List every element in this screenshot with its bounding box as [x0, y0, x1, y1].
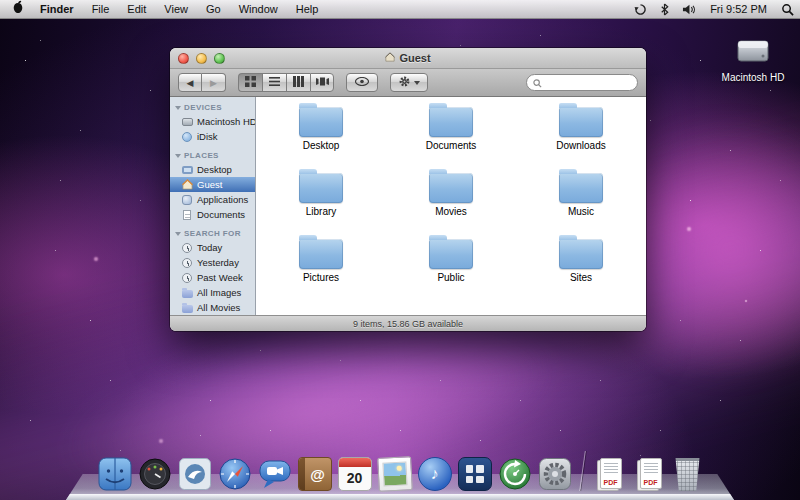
folder-music[interactable]: Music — [559, 173, 603, 217]
system-preferences-dock-icon[interactable] — [538, 457, 572, 491]
folder-public[interactable]: Public — [429, 239, 473, 283]
close-button[interactable] — [178, 53, 189, 64]
menu-bar: Finder File Edit View Go Window Help Fri… — [0, 0, 800, 19]
status-bar: 9 items, 15.86 GB available — [170, 315, 646, 331]
dashboard-dock-icon[interactable] — [138, 457, 172, 491]
sidebar-item-desktop[interactable]: Desktop — [170, 162, 255, 177]
documents-stack-dock-icon[interactable]: PDF — [593, 457, 627, 491]
folder-icon — [299, 173, 343, 203]
menu-edit[interactable]: Edit — [118, 0, 155, 18]
back-icon: ◀ — [187, 78, 194, 88]
folder-desktop[interactable]: Desktop — [299, 107, 343, 151]
menu-window[interactable]: Window — [230, 0, 287, 18]
spotlight-icon[interactable] — [775, 3, 800, 16]
home-icon — [181, 179, 193, 191]
smart-folder-icon — [181, 287, 193, 299]
disclosure-triangle-icon[interactable] — [175, 106, 181, 110]
folder-label: Pictures — [303, 272, 339, 283]
folder-pictures[interactable]: Pictures — [299, 239, 343, 283]
clock-icon — [181, 242, 193, 254]
folder-icon — [299, 239, 343, 269]
sidebar-item-past-week[interactable]: Past Week — [170, 270, 255, 285]
status-text: 9 items, 15.86 GB available — [353, 319, 463, 329]
mail-dock-icon[interactable] — [178, 457, 212, 491]
icon-view-button[interactable] — [238, 73, 262, 92]
sidebar: DEVICES Macintosh HD iDisk PLACES — [170, 97, 256, 315]
home-icon — [385, 52, 395, 64]
sidebar-item-documents[interactable]: Documents — [170, 207, 255, 222]
sidebar-item-all-images[interactable]: All Images — [170, 285, 255, 300]
safari-dock-icon[interactable] — [218, 457, 252, 491]
search-input[interactable] — [546, 77, 631, 88]
ichat-dock-icon[interactable] — [258, 457, 292, 491]
back-button[interactable]: ◀ — [178, 73, 202, 92]
hard-drive-icon — [181, 116, 193, 128]
pdf-badge: PDF — [641, 479, 661, 486]
folder-label: Music — [568, 206, 594, 217]
menu-go[interactable]: Go — [197, 0, 230, 18]
sidebar-item-today[interactable]: Today — [170, 240, 255, 255]
folder-library[interactable]: Library — [299, 173, 343, 217]
idisk-globe-icon — [181, 131, 193, 143]
bluetooth-icon[interactable] — [653, 3, 676, 16]
folder-icon — [559, 239, 603, 269]
column-view-button[interactable] — [286, 73, 310, 92]
pdf-badge: PDF — [601, 479, 621, 486]
folder-sites[interactable]: Sites — [559, 239, 603, 283]
list-view-button[interactable] — [262, 73, 286, 92]
sidebar-item-label: Macintosh HD — [197, 116, 256, 127]
trash-dock-icon[interactable] — [673, 458, 703, 491]
action-button[interactable] — [390, 73, 428, 92]
smart-folder-icon — [181, 302, 193, 314]
sidebar-item-guest[interactable]: Guest — [170, 177, 255, 192]
menubar-clock[interactable]: Fri 9:52 PM — [702, 0, 775, 18]
downloads-stack-dock-icon[interactable]: PDF — [633, 457, 667, 491]
zoom-button[interactable] — [214, 53, 225, 64]
sidebar-item-idisk[interactable]: iDisk — [170, 129, 255, 144]
folder-movies[interactable]: Movies — [429, 173, 473, 217]
ical-dock-icon[interactable]: 20 — [338, 457, 372, 491]
sidebar-item-label: Yesterday — [197, 257, 239, 268]
window-title: Guest — [399, 52, 430, 64]
menu-view[interactable]: View — [155, 0, 197, 18]
folder-downloads[interactable]: Downloads — [556, 107, 605, 151]
sidebar-item-label: Applications — [197, 194, 248, 205]
address-book-dock-icon[interactable]: @ — [298, 457, 332, 491]
finder-dock-icon[interactable] — [98, 457, 132, 491]
minimize-button[interactable] — [196, 53, 207, 64]
desktop-icon-macintosh-hd[interactable]: Macintosh HD — [718, 36, 788, 83]
list-view-icon — [269, 76, 280, 89]
coverflow-view-button[interactable] — [310, 73, 334, 92]
preview-dock-icon[interactable] — [377, 456, 413, 492]
sidebar-item-all-movies[interactable]: All Movies — [170, 300, 255, 315]
volume-icon[interactable] — [676, 3, 702, 16]
forward-button[interactable]: ▶ — [202, 73, 226, 92]
itunes-dock-icon[interactable]: ♪ — [418, 457, 452, 491]
folder-documents[interactable]: Documents — [426, 107, 477, 151]
menu-help[interactable]: Help — [287, 0, 328, 18]
sidebar-item-yesterday[interactable]: Yesterday — [170, 255, 255, 270]
dock-divider — [579, 451, 586, 491]
calendar-day: 20 — [339, 467, 371, 490]
menu-finder[interactable]: Finder — [31, 0, 83, 18]
search-field[interactable] — [526, 74, 638, 91]
forward-icon: ▶ — [210, 78, 217, 88]
menu-file[interactable]: File — [83, 0, 119, 18]
disclosure-triangle-icon[interactable] — [175, 232, 181, 236]
sidebar-item-macintosh-hd[interactable]: Macintosh HD — [170, 114, 255, 129]
sidebar-item-applications[interactable]: Applications — [170, 192, 255, 207]
title-bar[interactable]: Guest — [170, 48, 646, 69]
disclosure-triangle-icon[interactable] — [175, 154, 181, 158]
folder-label: Movies — [435, 206, 467, 217]
sidebar-item-label: Past Week — [197, 272, 243, 283]
folder-label: Sites — [570, 272, 592, 283]
sidebar-section-places[interactable]: PLACES — [170, 149, 255, 162]
sync-icon[interactable] — [628, 3, 653, 16]
sidebar-section-search-for[interactable]: SEARCH FOR — [170, 227, 255, 240]
quick-look-button[interactable] — [346, 73, 378, 92]
apple-menu[interactable] — [0, 0, 31, 19]
sidebar-section-devices[interactable]: DEVICES — [170, 101, 255, 114]
spaces-dock-icon[interactable] — [458, 457, 492, 491]
section-title: PLACES — [184, 151, 219, 160]
time-machine-dock-icon[interactable] — [498, 457, 532, 491]
